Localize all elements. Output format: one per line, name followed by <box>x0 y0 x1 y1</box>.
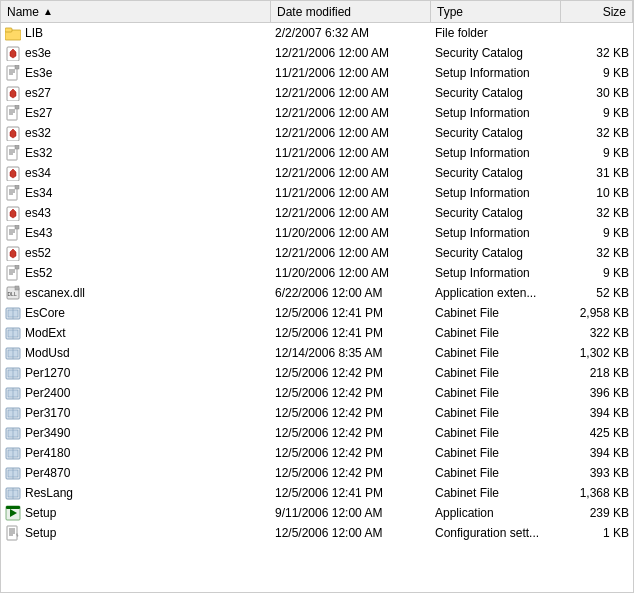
setup-icon <box>5 65 21 81</box>
cell-date: 12/21/2006 12:00 AM <box>271 163 431 183</box>
cell-type: Setup Information <box>431 263 561 283</box>
table-row[interactable]: EsCore12/5/2006 12:41 PMCabinet File2,95… <box>1 303 633 323</box>
svg-text:DLL: DLL <box>8 291 17 297</box>
cell-size: 10 KB <box>561 183 633 203</box>
table-row[interactable]: es3412/21/2006 12:00 AMSecurity Catalog3… <box>1 163 633 183</box>
header-size[interactable]: Size <box>561 1 633 22</box>
table-row[interactable]: es2712/21/2006 12:00 AMSecurity Catalog3… <box>1 83 633 103</box>
cell-size: 9 KB <box>561 63 633 83</box>
file-name-text: Es3e <box>25 66 52 80</box>
cell-name: ModUsd <box>1 343 271 363</box>
header-date[interactable]: Date modified <box>271 1 431 22</box>
table-row[interactable]: es5212/21/2006 12:00 AMSecurity Catalog3… <box>1 243 633 263</box>
table-row[interactable]: Per487012/5/2006 12:42 PMCabinet File393… <box>1 463 633 483</box>
cell-type: Cabinet File <box>431 403 561 423</box>
cell-size: 32 KB <box>561 123 633 143</box>
table-row[interactable]: Es2712/21/2006 12:00 AMSetup Information… <box>1 103 633 123</box>
cell-date: 12/5/2006 12:41 PM <box>271 323 431 343</box>
cell-type: Security Catalog <box>431 123 561 143</box>
file-name-text: LIB <box>25 26 43 40</box>
file-name-text: Per4180 <box>25 446 70 460</box>
svg-rect-40 <box>15 286 19 290</box>
table-row[interactable]: es3212/21/2006 12:00 AMSecurity Catalog3… <box>1 123 633 143</box>
cell-size: 396 KB <box>561 383 633 403</box>
cell-size: 32 KB <box>561 243 633 263</box>
security-icon <box>5 125 21 141</box>
cell-size: 9 KB <box>561 103 633 123</box>
table-row[interactable]: Per418012/5/2006 12:42 PMCabinet File394… <box>1 443 633 463</box>
header-name[interactable]: Name ▲ <box>1 1 271 22</box>
cabinet-icon <box>5 345 21 361</box>
table-row[interactable]: Per317012/5/2006 12:42 PMCabinet File394… <box>1 403 633 423</box>
table-row[interactable]: ResLang12/5/2006 12:41 PMCabinet File1,3… <box>1 483 633 503</box>
cell-type: Cabinet File <box>431 483 561 503</box>
table-row[interactable]: Es3411/21/2006 12:00 AMSetup Information… <box>1 183 633 203</box>
cell-type: Application exten... <box>431 283 561 303</box>
cell-type: Cabinet File <box>431 323 561 343</box>
cell-date: 12/5/2006 12:41 PM <box>271 303 431 323</box>
setup-icon <box>5 185 21 201</box>
table-row[interactable]: Es3211/21/2006 12:00 AMSetup Information… <box>1 143 633 163</box>
cell-name: es52 <box>1 243 271 263</box>
column-headers: Name ▲ Date modified Type Size <box>1 1 633 23</box>
setup-icon <box>5 265 21 281</box>
cell-date: 12/21/2006 12:00 AM <box>271 243 431 263</box>
file-name-text: ModUsd <box>25 346 70 360</box>
cell-date: 11/20/2006 12:00 AM <box>271 223 431 243</box>
svg-rect-1 <box>5 28 12 32</box>
table-row[interactable]: ModUsd12/14/2006 8:35 AMCabinet File1,30… <box>1 343 633 363</box>
svg-rect-25 <box>15 185 19 189</box>
cell-date: 12/21/2006 12:00 AM <box>271 103 431 123</box>
table-row[interactable]: ModExt12/5/2006 12:41 PMCabinet File322 … <box>1 323 633 343</box>
config-icon <box>5 525 21 541</box>
table-row[interactable]: Es3e11/21/2006 12:00 AMSetup Information… <box>1 63 633 83</box>
cell-type: Security Catalog <box>431 43 561 63</box>
cell-name: Per3490 <box>1 423 271 443</box>
header-type[interactable]: Type <box>431 1 561 22</box>
file-name-text: Setup <box>25 506 56 520</box>
cell-size: 9 KB <box>561 263 633 283</box>
table-row[interactable]: Setup9/11/2006 12:00 AMApplication239 KB <box>1 503 633 523</box>
table-row[interactable]: Es5211/20/2006 12:00 AMSetup Information… <box>1 263 633 283</box>
file-rows: LIB2/2/2007 6:32 AMFile folder es3e12/21… <box>1 23 633 592</box>
cell-type: Security Catalog <box>431 203 561 223</box>
cell-size <box>561 23 633 43</box>
security-icon <box>5 245 21 261</box>
cell-date: 12/21/2006 12:00 AM <box>271 203 431 223</box>
file-name-text: es32 <box>25 126 51 140</box>
cell-name: Per4180 <box>1 443 271 463</box>
cell-date: 12/5/2006 12:41 PM <box>271 483 431 503</box>
cell-size: 425 KB <box>561 423 633 443</box>
svg-rect-37 <box>15 265 19 269</box>
cell-name: Es3e <box>1 63 271 83</box>
cell-type: Cabinet File <box>431 343 561 363</box>
table-row[interactable]: Per349012/5/2006 12:42 PMCabinet File425… <box>1 423 633 443</box>
setup-icon <box>5 145 21 161</box>
table-row[interactable]: Per240012/5/2006 12:42 PMCabinet File396… <box>1 383 633 403</box>
table-row[interactable]: Es4311/20/2006 12:00 AMSetup Information… <box>1 223 633 243</box>
cell-date: 12/21/2006 12:00 AM <box>271 43 431 63</box>
cell-date: 6/22/2006 12:00 AM <box>271 283 431 303</box>
cell-date: 12/5/2006 12:00 AM <box>271 523 431 543</box>
cell-size: 32 KB <box>561 43 633 63</box>
table-row[interactable]: LIB2/2/2007 6:32 AMFile folder <box>1 23 633 43</box>
table-row[interactable]: DLL escanex.dll6/22/2006 12:00 AMApplica… <box>1 283 633 303</box>
table-row[interactable]: Per127012/5/2006 12:42 PMCabinet File218… <box>1 363 633 383</box>
file-name-text: EsCore <box>25 306 65 320</box>
dll-icon: DLL <box>5 285 21 301</box>
cell-size: 9 KB <box>561 143 633 163</box>
table-row[interactable]: Setup12/5/2006 12:00 AMConfiguration set… <box>1 523 633 543</box>
cell-date: 12/5/2006 12:42 PM <box>271 423 431 443</box>
cell-name: Es27 <box>1 103 271 123</box>
cell-date: 12/21/2006 12:00 AM <box>271 123 431 143</box>
cabinet-icon <box>5 325 21 341</box>
file-name-text: Es52 <box>25 266 52 280</box>
cabinet-icon <box>5 485 21 501</box>
table-row[interactable]: es3e12/21/2006 12:00 AMSecurity Catalog3… <box>1 43 633 63</box>
table-row[interactable]: es4312/21/2006 12:00 AMSecurity Catalog3… <box>1 203 633 223</box>
cell-name: Es34 <box>1 183 271 203</box>
file-name-text: es3e <box>25 46 51 60</box>
file-name-text: es27 <box>25 86 51 100</box>
cell-name: Per3170 <box>1 403 271 423</box>
file-name-text: Per4870 <box>25 466 70 480</box>
